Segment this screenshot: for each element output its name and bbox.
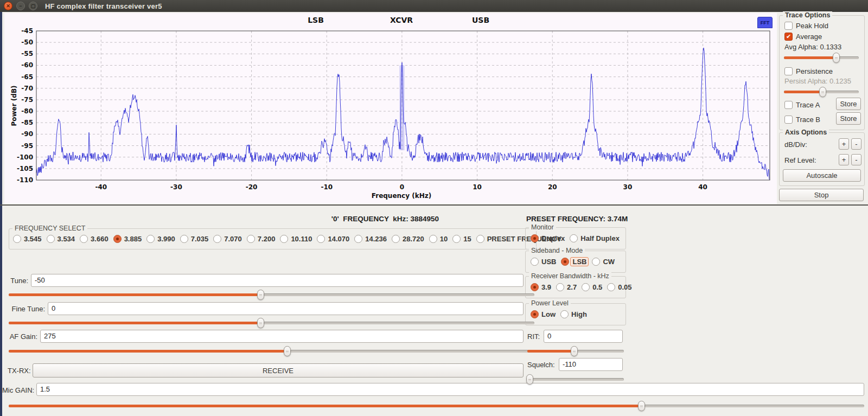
radio-frequency_select-3.885[interactable] (113, 235, 122, 243)
radio-frequency_select-10[interactable] (429, 235, 437, 243)
radio-label-sideband[interactable]: LSB (570, 257, 589, 266)
avg-alpha-slider-handle[interactable] (833, 53, 840, 63)
receiver-bandwidth-group: Receiver Bandwidth - kHz 3.92.70.50.05 (525, 276, 626, 298)
squelch-field[interactable]: -110 (559, 358, 623, 371)
af-gain-slider-handle[interactable] (284, 346, 291, 356)
trace-b-checkbox[interactable] (784, 116, 793, 124)
db-div-minus-button[interactable]: - (851, 138, 861, 150)
radio-label-frequency_select[interactable]: 7.070 (224, 235, 242, 243)
radio-label-frequency_select[interactable]: 3.990 (157, 235, 175, 243)
close-icon[interactable]: ✕ (4, 2, 12, 10)
rit-slider[interactable] (527, 346, 624, 356)
radio-label-frequency_select[interactable]: 3.660 (91, 235, 108, 243)
radio-label-frequency_select[interactable]: 15 (463, 235, 471, 243)
fine-tune-slider[interactable] (9, 318, 534, 328)
stop-button[interactable]: Stop (779, 189, 864, 201)
tune-slider[interactable] (9, 290, 534, 300)
radio-label-bandwidth[interactable]: 0.5 (592, 283, 602, 291)
tune-slider-handle[interactable] (257, 290, 264, 300)
radio-label-sideband[interactable]: CW (603, 258, 615, 266)
radio-frequency_select-14.236[interactable] (354, 235, 362, 243)
radio-label-power_level[interactable]: Low (541, 310, 556, 318)
af-gain-field[interactable]: 275 (40, 330, 524, 343)
radio-label-bandwidth[interactable]: 3.9 (541, 283, 551, 291)
radio-frequency_select-10.110[interactable] (280, 235, 288, 243)
peak-hold-label[interactable]: Peak Hold (796, 22, 828, 30)
radio-frequency_select-28.720[interactable] (392, 235, 400, 243)
radio-monitor-duplex[interactable] (531, 234, 539, 242)
radio-bandwidth-0.5[interactable] (582, 283, 590, 291)
autoscale-button[interactable]: Autoscale (783, 169, 861, 182)
db-div-plus-button[interactable]: + (839, 138, 849, 150)
ref-level-plus-button[interactable]: + (839, 154, 849, 165)
radio-frequency_select-preset-frequency[interactable] (476, 235, 484, 243)
radio-label-bandwidth[interactable]: 2.7 (567, 283, 577, 291)
persist-alpha-slider-handle[interactable] (819, 87, 826, 97)
x-tick-label: 20 (548, 183, 557, 191)
af-gain-slider[interactable] (9, 346, 534, 356)
radio-bandwidth-2.7[interactable] (556, 283, 564, 291)
mic-gain-slider[interactable] (9, 401, 864, 411)
avg-alpha-slider[interactable] (784, 53, 859, 63)
radio-label-power_level[interactable]: High (571, 310, 587, 318)
radio-label-frequency_select[interactable]: 7.035 (191, 235, 209, 243)
radio-power_level-high[interactable] (560, 310, 569, 318)
radio-label-frequency_select[interactable]: 10.110 (291, 235, 312, 243)
persistence-checkbox[interactable] (784, 67, 793, 75)
radio-item-frequency_select: 28.720 (392, 235, 424, 243)
radio-label-frequency_select[interactable]: 7.200 (258, 235, 276, 243)
fine-tune-field[interactable]: 0 (48, 302, 524, 315)
radio-sideband-cw[interactable] (592, 258, 600, 266)
store-b-button[interactable]: Store (836, 112, 861, 125)
radio-monitor-half-duplex[interactable] (570, 234, 578, 242)
squelch-slider-handle[interactable] (526, 374, 533, 385)
radio-frequency_select-7.035[interactable] (180, 235, 188, 243)
radio-label-monitor[interactable]: Duplex (541, 234, 565, 242)
squelch-slider-track[interactable] (527, 378, 624, 381)
mic-gain-slider-handle[interactable] (638, 401, 645, 411)
peak-hold-checkbox[interactable] (784, 22, 793, 30)
mic-gain-field[interactable]: 1.5 (36, 383, 864, 396)
radio-frequency_select-3.545[interactable] (13, 235, 21, 243)
radio-frequency_select-3.534[interactable] (47, 235, 55, 243)
radio-sideband-lsb[interactable] (561, 258, 569, 266)
radio-frequency_select-7.200[interactable] (247, 235, 255, 243)
persistence-label[interactable]: Persistence (796, 67, 833, 75)
radio-label-monitor[interactable]: Half Duplex (580, 234, 620, 242)
persist-alpha-slider[interactable] (784, 87, 859, 97)
receive-button[interactable]: RECEIVE (33, 363, 524, 377)
radio-label-bandwidth[interactable]: 0.05 (618, 283, 631, 291)
fine-tune-slider-handle[interactable] (257, 318, 264, 328)
radio-label-frequency_select[interactable]: 28.720 (403, 235, 424, 243)
radio-label-frequency_select[interactable]: 3.885 (124, 235, 142, 243)
radio-label-frequency_select[interactable]: 3.545 (24, 235, 42, 243)
rit-slider-handle[interactable] (571, 346, 578, 356)
average-checkbox[interactable] (784, 33, 793, 41)
radio-frequency_select-7.070[interactable] (213, 235, 221, 243)
radio-label-frequency_select[interactable]: 10 (440, 235, 448, 243)
trace-a-checkbox[interactable] (784, 101, 793, 109)
radio-frequency_select-3.660[interactable] (80, 235, 88, 243)
rit-field[interactable]: 0 (544, 330, 623, 343)
trace-a-label[interactable]: Trace A (796, 101, 820, 109)
store-a-button[interactable]: Store (836, 98, 861, 110)
average-label[interactable]: Average (796, 33, 822, 41)
maximize-icon[interactable]: ▢ (29, 2, 37, 10)
radio-bandwidth-0.05[interactable] (607, 283, 615, 291)
tune-field[interactable]: -50 (31, 274, 524, 287)
radio-power_level-low[interactable] (531, 310, 539, 318)
fft-tab[interactable]: FFT (757, 17, 773, 28)
radio-label-frequency_select[interactable]: 14.070 (328, 235, 349, 243)
minimize-icon[interactable]: − (16, 2, 25, 10)
ref-level-minus-button[interactable]: - (851, 154, 861, 165)
radio-label-sideband[interactable]: USB (541, 258, 556, 266)
radio-label-frequency_select[interactable]: 3.534 (58, 235, 75, 243)
radio-frequency_select-15[interactable] (452, 235, 461, 243)
radio-frequency_select-3.990[interactable] (146, 235, 155, 243)
radio-frequency_select-14.070[interactable] (317, 235, 325, 243)
squelch-slider[interactable] (527, 374, 624, 385)
radio-label-frequency_select[interactable]: 14.236 (365, 235, 387, 243)
radio-sideband-usb[interactable] (531, 258, 539, 266)
trace-b-label[interactable]: Trace B (796, 116, 820, 124)
spectrum-plot-canvas[interactable]: -45-50-55-60-65-70-75-80-85-90-95-100-10… (4, 13, 777, 204)
